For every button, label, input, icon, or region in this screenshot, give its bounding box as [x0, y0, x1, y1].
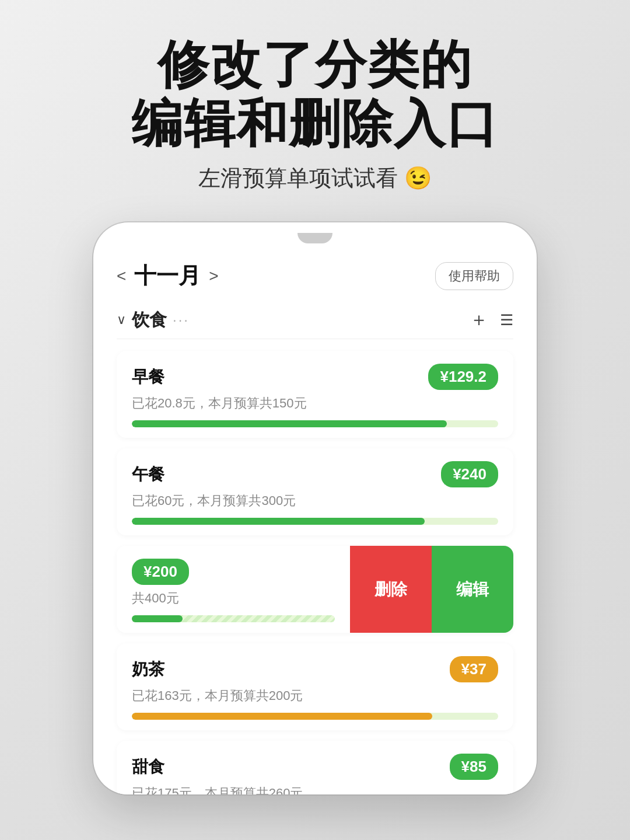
next-month-button[interactable]: >: [209, 267, 218, 285]
item-row: 早餐 ¥129.2: [132, 364, 498, 390]
phone-notch: [298, 233, 332, 243]
budget-item-dinner-swipe[interactable]: ¥200 共400元 删除 编辑: [117, 546, 513, 633]
item-row: 甜食 ¥85: [132, 754, 498, 780]
hero-title-line1: 修改了分类的: [0, 35, 630, 94]
item-row: ¥200: [132, 559, 335, 585]
category-dots[interactable]: ···: [173, 312, 190, 328]
progress-track: [132, 713, 498, 720]
month-label: 十一月: [134, 261, 201, 291]
category-header: ∨ 饮食 ··· ＋ ☰: [117, 307, 513, 339]
item-desc: 已花60元，本月预算共300元: [132, 492, 498, 510]
item-desc: 共400元: [132, 590, 335, 607]
amount-badge: ¥85: [450, 754, 498, 780]
prev-month-button[interactable]: <: [117, 267, 126, 285]
month-nav: < 十一月 >: [117, 261, 219, 291]
budget-item-dessert: 甜食 ¥85 已花175元，本月预算共260元: [117, 741, 513, 794]
item-desc: 已花20.8元，本月预算共150元: [132, 395, 498, 412]
hero-title-line2: 编辑和删除入口: [0, 94, 630, 153]
budget-item-breakfast: 早餐 ¥129.2 已花20.8元，本月预算共150元: [117, 351, 513, 438]
item-row: 奶茶 ¥37: [132, 656, 498, 682]
help-button[interactable]: 使用帮助: [435, 262, 513, 290]
add-item-icon[interactable]: ＋: [470, 307, 488, 333]
progress-fill: [132, 518, 425, 525]
progress-fill: [132, 615, 183, 622]
edit-action-button[interactable]: 编辑: [432, 546, 513, 633]
chevron-down-icon[interactable]: ∨: [117, 312, 126, 327]
budget-item-lunch: 午餐 ¥240 已花60元，本月预算共300元: [117, 448, 513, 535]
app-header: < 十一月 > 使用帮助: [117, 261, 513, 291]
phone-mockup: < 十一月 > 使用帮助 ∨ 饮食 ··· ＋ ☰: [93, 222, 537, 794]
category-actions: ＋ ☰: [470, 307, 513, 333]
delete-action-button[interactable]: 删除: [350, 546, 432, 633]
category-name: 饮食: [132, 308, 167, 332]
item-name: 甜食: [132, 756, 164, 778]
phone-wrapper: < 十一月 > 使用帮助 ∨ 饮食 ··· ＋ ☰: [0, 222, 630, 794]
amount-badge: ¥240: [441, 461, 498, 487]
hero-subtitle: 左滑预算单项试试看 😉: [0, 163, 630, 193]
amount-badge: ¥37: [450, 656, 498, 682]
amount-badge: ¥200: [132, 559, 189, 585]
item-desc: 已花175元，本月预算共260元: [132, 785, 498, 794]
item-desc: 已花163元，本月预算共200元: [132, 687, 498, 705]
hero-section: 修改了分类的 编辑和删除入口 左滑预算单项试试看 😉: [0, 0, 630, 193]
progress-fill: [132, 420, 447, 427]
amount-badge: ¥129.2: [428, 364, 498, 390]
app-content: < 十一月 > 使用帮助 ∨ 饮食 ··· ＋ ☰: [93, 243, 537, 794]
progress-track: [132, 420, 498, 427]
swipe-actions: 删除 编辑: [350, 546, 513, 633]
item-name: 早餐: [132, 366, 164, 388]
item-name: 午餐: [132, 463, 164, 486]
progress-fill: [132, 713, 432, 720]
progress-track: [132, 518, 498, 525]
item-name: 奶茶: [132, 658, 164, 681]
category-left: ∨ 饮食 ···: [117, 308, 190, 332]
progress-track: [132, 615, 335, 622]
swipe-item-content: ¥200 共400元: [117, 546, 350, 633]
menu-icon[interactable]: ☰: [500, 311, 513, 329]
item-row: 午餐 ¥240: [132, 461, 498, 487]
budget-item-milktea: 奶茶 ¥37 已花163元，本月预算共200元: [117, 643, 513, 730]
